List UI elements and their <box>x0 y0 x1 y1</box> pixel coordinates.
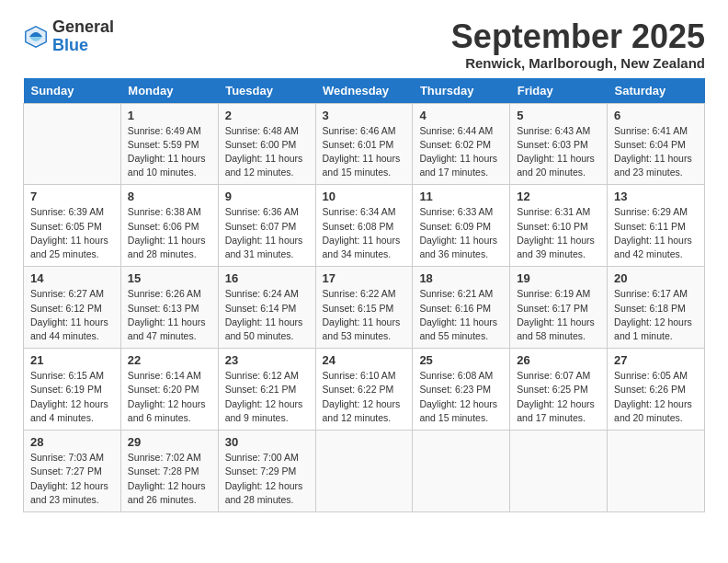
day-info: Sunrise: 7:00 AM Sunset: 7:29 PM Dayligh… <box>225 451 309 507</box>
title-block: September 2025 Renwick, Marlborough, New… <box>451 18 705 71</box>
day-info: Sunrise: 6:08 AM Sunset: 6:23 PM Dayligh… <box>419 369 503 425</box>
day-info: Sunrise: 6:34 AM Sunset: 6:08 PM Dayligh… <box>323 205 406 261</box>
calendar-cell: 16Sunrise: 6:24 AM Sunset: 6:14 PM Dayli… <box>218 267 315 349</box>
logo-blue: Blue <box>52 36 88 54</box>
day-number: 22 <box>128 353 211 367</box>
day-info: Sunrise: 6:27 AM Sunset: 6:12 PM Dayligh… <box>30 287 114 343</box>
page-header: General Blue September 2025 Renwick, Mar… <box>23 18 705 71</box>
calendar-cell: 4Sunrise: 6:44 AM Sunset: 6:02 PM Daylig… <box>413 103 510 185</box>
day-info: Sunrise: 6:43 AM Sunset: 6:03 PM Dayligh… <box>517 124 600 180</box>
day-number: 5 <box>517 109 600 122</box>
day-info: Sunrise: 6:31 AM Sunset: 6:10 PM Dayligh… <box>517 205 600 261</box>
calendar-week-4: 21Sunrise: 6:15 AM Sunset: 6:19 PM Dayli… <box>24 349 705 431</box>
calendar-cell: 27Sunrise: 6:05 AM Sunset: 6:26 PM Dayli… <box>608 349 705 431</box>
day-number: 26 <box>517 353 600 367</box>
day-number: 1 <box>128 109 211 122</box>
calendar-cell: 5Sunrise: 6:43 AM Sunset: 6:03 PM Daylig… <box>510 103 608 185</box>
day-info: Sunrise: 6:17 AM Sunset: 6:18 PM Dayligh… <box>614 287 698 343</box>
calendar-cell: 6Sunrise: 6:41 AM Sunset: 6:04 PM Daylig… <box>608 103 705 185</box>
calendar-cell <box>315 431 413 512</box>
day-number: 13 <box>614 190 698 203</box>
calendar-cell: 25Sunrise: 6:08 AM Sunset: 6:23 PM Dayli… <box>413 349 510 431</box>
day-info: Sunrise: 6:12 AM Sunset: 6:21 PM Dayligh… <box>225 369 309 425</box>
calendar-cell: 2Sunrise: 6:48 AM Sunset: 6:00 PM Daylig… <box>218 103 315 185</box>
weekday-header-row: SundayMondayTuesdayWednesdayThursdayFrid… <box>24 78 705 104</box>
day-info: Sunrise: 6:49 AM Sunset: 5:59 PM Dayligh… <box>128 124 211 180</box>
day-info: Sunrise: 7:03 AM Sunset: 7:27 PM Dayligh… <box>30 451 114 507</box>
day-number: 2 <box>225 109 309 122</box>
day-number: 18 <box>419 271 503 285</box>
day-info: Sunrise: 6:14 AM Sunset: 6:20 PM Dayligh… <box>128 369 211 425</box>
calendar-cell: 18Sunrise: 6:21 AM Sunset: 6:16 PM Dayli… <box>413 267 510 349</box>
month-year: September 2025 <box>451 18 705 55</box>
day-number: 15 <box>128 271 211 285</box>
day-number: 10 <box>323 190 406 203</box>
calendar-cell: 9Sunrise: 6:36 AM Sunset: 6:07 PM Daylig… <box>218 185 315 267</box>
weekday-saturday: Saturday <box>608 78 705 104</box>
day-number: 11 <box>419 190 503 203</box>
day-info: Sunrise: 6:22 AM Sunset: 6:15 PM Dayligh… <box>323 287 406 343</box>
day-info: Sunrise: 6:15 AM Sunset: 6:19 PM Dayligh… <box>30 369 114 425</box>
day-info: Sunrise: 6:10 AM Sunset: 6:22 PM Dayligh… <box>323 369 406 425</box>
day-info: Sunrise: 6:41 AM Sunset: 6:04 PM Dayligh… <box>614 124 698 180</box>
day-number: 20 <box>614 271 698 285</box>
day-number: 17 <box>323 271 406 285</box>
weekday-friday: Friday <box>510 78 608 104</box>
calendar-cell: 28Sunrise: 7:03 AM Sunset: 7:27 PM Dayli… <box>24 431 121 512</box>
day-number: 29 <box>128 435 211 449</box>
day-info: Sunrise: 6:26 AM Sunset: 6:13 PM Dayligh… <box>128 287 211 343</box>
calendar-week-5: 28Sunrise: 7:03 AM Sunset: 7:27 PM Dayli… <box>24 431 705 512</box>
day-number: 8 <box>128 190 211 203</box>
day-number: 24 <box>323 353 406 367</box>
day-number: 6 <box>614 109 698 122</box>
calendar-cell: 13Sunrise: 6:29 AM Sunset: 6:11 PM Dayli… <box>608 185 705 267</box>
day-number: 25 <box>419 353 503 367</box>
weekday-sunday: Sunday <box>24 78 121 104</box>
day-info: Sunrise: 6:44 AM Sunset: 6:02 PM Dayligh… <box>419 124 503 180</box>
calendar-cell: 21Sunrise: 6:15 AM Sunset: 6:19 PM Dayli… <box>24 349 121 431</box>
weekday-thursday: Thursday <box>413 78 510 104</box>
calendar-week-1: 1Sunrise: 6:49 AM Sunset: 5:59 PM Daylig… <box>24 103 705 185</box>
day-info: Sunrise: 6:05 AM Sunset: 6:26 PM Dayligh… <box>614 369 698 425</box>
calendar-cell: 15Sunrise: 6:26 AM Sunset: 6:13 PM Dayli… <box>120 267 218 349</box>
day-info: Sunrise: 6:39 AM Sunset: 6:05 PM Dayligh… <box>30 205 114 261</box>
day-info: Sunrise: 6:38 AM Sunset: 6:06 PM Dayligh… <box>128 205 211 261</box>
calendar-cell: 3Sunrise: 6:46 AM Sunset: 6:01 PM Daylig… <box>315 103 413 185</box>
calendar-cell: 11Sunrise: 6:33 AM Sunset: 6:09 PM Dayli… <box>413 185 510 267</box>
day-number: 16 <box>225 271 309 285</box>
calendar-cell: 23Sunrise: 6:12 AM Sunset: 6:21 PM Dayli… <box>218 349 315 431</box>
calendar-cell: 29Sunrise: 7:02 AM Sunset: 7:28 PM Dayli… <box>120 431 218 512</box>
logo-general: General <box>52 17 114 36</box>
day-number: 28 <box>30 435 114 449</box>
logo-icon <box>23 24 49 50</box>
weekday-monday: Monday <box>120 78 218 104</box>
calendar-cell: 22Sunrise: 6:14 AM Sunset: 6:20 PM Dayli… <box>120 349 218 431</box>
calendar-week-2: 7Sunrise: 6:39 AM Sunset: 6:05 PM Daylig… <box>24 185 705 267</box>
calendar-body: 1Sunrise: 6:49 AM Sunset: 5:59 PM Daylig… <box>24 103 705 511</box>
day-info: Sunrise: 7:02 AM Sunset: 7:28 PM Dayligh… <box>128 451 211 507</box>
calendar-week-3: 14Sunrise: 6:27 AM Sunset: 6:12 PM Dayli… <box>24 267 705 349</box>
day-number: 19 <box>517 271 600 285</box>
day-number: 7 <box>30 190 114 203</box>
logo-text: General Blue <box>52 18 114 55</box>
calendar-table: SundayMondayTuesdayWednesdayThursdayFrid… <box>23 78 705 512</box>
calendar-cell <box>608 431 705 512</box>
day-number: 27 <box>614 353 698 367</box>
day-info: Sunrise: 6:29 AM Sunset: 6:11 PM Dayligh… <box>614 205 698 261</box>
day-info: Sunrise: 6:24 AM Sunset: 6:14 PM Dayligh… <box>225 287 309 343</box>
day-number: 14 <box>30 271 114 285</box>
day-number: 30 <box>225 435 309 449</box>
calendar-cell: 19Sunrise: 6:19 AM Sunset: 6:17 PM Dayli… <box>510 267 608 349</box>
calendar-cell: 10Sunrise: 6:34 AM Sunset: 6:08 PM Dayli… <box>315 185 413 267</box>
weekday-tuesday: Tuesday <box>218 78 315 104</box>
calendar-cell <box>24 103 121 185</box>
calendar-cell: 12Sunrise: 6:31 AM Sunset: 6:10 PM Dayli… <box>510 185 608 267</box>
calendar-cell <box>413 431 510 512</box>
day-info: Sunrise: 6:33 AM Sunset: 6:09 PM Dayligh… <box>419 205 503 261</box>
logo: General Blue <box>23 18 114 55</box>
calendar-cell: 30Sunrise: 7:00 AM Sunset: 7:29 PM Dayli… <box>218 431 315 512</box>
calendar-cell: 17Sunrise: 6:22 AM Sunset: 6:15 PM Dayli… <box>315 267 413 349</box>
calendar-cell <box>510 431 608 512</box>
day-info: Sunrise: 6:21 AM Sunset: 6:16 PM Dayligh… <box>419 287 503 343</box>
calendar-cell: 24Sunrise: 6:10 AM Sunset: 6:22 PM Dayli… <box>315 349 413 431</box>
